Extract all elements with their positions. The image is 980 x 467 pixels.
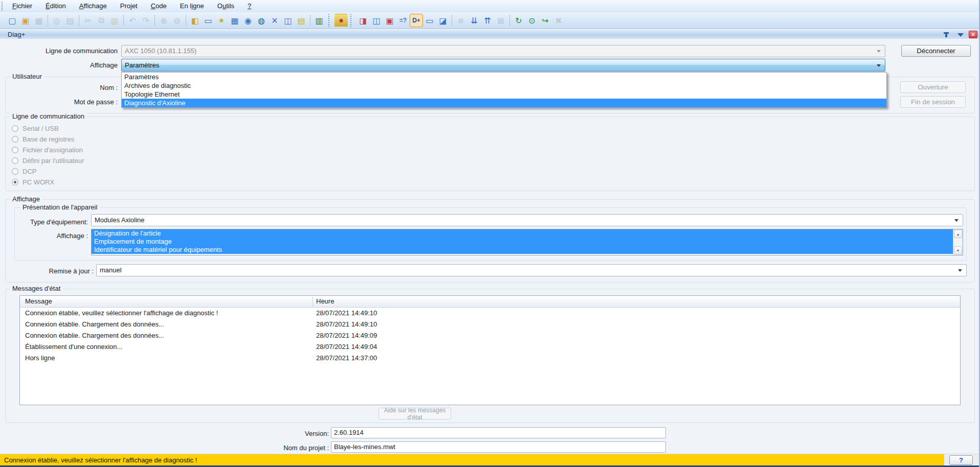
zoom-in-icon[interactable]: ⊕ [157, 14, 170, 27]
dropdown-option[interactable]: Archives de diagnostic [122, 81, 886, 90]
project-tree-icon[interactable]: ▥ [313, 14, 326, 27]
logic-analyzer-icon[interactable]: ◪ [436, 14, 450, 27]
icon-glyph: ▦ [35, 16, 42, 26]
menu-item[interactable]: En ligne [173, 0, 211, 12]
refresh-mode-combo[interactable]: manuel [96, 264, 967, 276]
debug-view-icon[interactable]: ▣ [383, 14, 396, 27]
cancel-action-icon[interactable]: ✖ [552, 14, 565, 27]
status-messages-help-button[interactable]: Aide sur les messages d'état [378, 408, 451, 419]
time-column-header[interactable]: Heure [316, 296, 334, 307]
refresh-icon[interactable]: ↻ [512, 14, 525, 27]
toolbar-separator [450, 14, 454, 27]
redo-icon[interactable]: ↷ [139, 14, 152, 27]
wizard-icon[interactable]: ✶ [215, 14, 228, 27]
scroll-down-icon[interactable]: ▼ [954, 246, 962, 254]
delete-program-icon[interactable]: ⊠ [494, 14, 507, 27]
table-row[interactable]: Connexion établie. Chargement des donnée… [20, 319, 960, 330]
cut-icon[interactable]: ✂ [81, 14, 95, 27]
go-online-icon[interactable]: ↪ [539, 14, 552, 27]
message-column-header[interactable]: Message [20, 297, 52, 305]
dropdown-option[interactable]: Paramètres [122, 73, 886, 81]
listbox-item[interactable]: Désignation de l'article [92, 229, 953, 238]
notes-icon[interactable]: ▤ [295, 14, 308, 27]
bus-structure-icon[interactable]: ▦ [228, 14, 241, 27]
radio-option[interactable]: DCP [12, 166, 84, 177]
scroll-up-icon[interactable]: ▲ [954, 230, 962, 238]
zoom-out-icon[interactable]: ⊖ [170, 14, 184, 27]
toolbar-separator [308, 14, 313, 27]
menu-item[interactable]: Projet [114, 0, 144, 12]
download-icon[interactable]: ⇊ [467, 14, 481, 27]
io-view-icon[interactable]: ◨ [357, 14, 370, 27]
table-row[interactable]: Connexion établie. Chargement des donnée… [20, 330, 960, 341]
table-row[interactable]: Connexion établie, veuillez sélectionner… [20, 308, 960, 319]
status-bar-help-area: ? [944, 454, 980, 465]
display-dropdown-list: Paramètres Archives de diagnostic Topolo… [121, 72, 887, 108]
radio-option[interactable]: PC WORX [12, 177, 84, 188]
undo-icon[interactable]: ↶ [126, 14, 139, 27]
menu-item[interactable]: Édition [39, 0, 73, 12]
network-icon[interactable]: ◍ [255, 14, 268, 27]
radio-option[interactable]: Serial / USB [12, 123, 84, 134]
chevron-down-icon [958, 269, 962, 272]
print-preview-icon[interactable]: ◎ [50, 14, 63, 27]
blank-window-icon[interactable]: ▭ [423, 14, 436, 27]
diag-plus-window-icon[interactable]: D+ [410, 14, 423, 27]
radio-icon [12, 157, 18, 164]
table-row[interactable]: Établissement d'une connexion... 28/07/2… [20, 341, 960, 353]
column-divider[interactable] [313, 297, 313, 307]
watch-window-icon[interactable]: =? [396, 14, 410, 27]
emergency-stop-icon[interactable]: ● [335, 14, 348, 27]
save-icon[interactable]: ▦ [32, 14, 46, 27]
menu-item[interactable]: ? [241, 0, 258, 12]
display-listbox: ▲ ▼ Désignation de l'article Emplacement… [91, 229, 963, 255]
pin-icon[interactable] [945, 32, 947, 37]
print-icon[interactable]: ▤ [63, 14, 77, 27]
icon-glyph: ⊕ [160, 16, 167, 26]
refresh-mode-label: Remise à jour : [20, 265, 94, 277]
device-details-icon[interactable]: ◉ [241, 14, 255, 27]
display-combo[interactable]: Paramètres [121, 59, 885, 72]
upload-icon[interactable]: ⇈ [481, 14, 494, 27]
comm-line-combo[interactable]: AXC 1050 (10.81.1.155) [121, 45, 885, 57]
device-type-combo[interactable]: Modules Axioline [91, 214, 963, 226]
copy-icon[interactable]: ⧉ [95, 14, 108, 27]
compile-icon[interactable]: ⧈ [454, 14, 467, 27]
paste-icon[interactable]: ▥ [108, 14, 121, 27]
dropdown-option[interactable]: Diagnostic d'Axioline [122, 99, 886, 107]
drag-grip[interactable] [2, 2, 5, 11]
icon-glyph: ↻ [515, 16, 522, 26]
close-icon[interactable]: ✕ [969, 31, 977, 38]
split-window-icon[interactable]: ◫ [281, 14, 295, 27]
help-button[interactable]: ? [949, 455, 973, 465]
radio-option[interactable]: Défini par l'utilisateur [12, 155, 84, 166]
login-button[interactable]: Ouverture [900, 81, 966, 93]
connection-view-icon[interactable]: ◫ [370, 14, 383, 27]
icon-glyph: ◉ [244, 16, 252, 26]
logout-button[interactable]: Fin de session [900, 96, 966, 108]
version-field[interactable]: 2.60.1914 [331, 427, 666, 438]
project-name-field[interactable]: Blaye-les-mines.mwt [331, 441, 666, 453]
open-project-icon[interactable]: ▣ [19, 14, 32, 27]
listbox-item[interactable]: Emplacement de montage [92, 238, 953, 246]
menu-item[interactable]: Code [144, 0, 173, 12]
listbox-scrollbar[interactable]: ▲ ▼ [953, 229, 963, 255]
chevron-down-icon[interactable] [957, 33, 964, 37]
cross-reference-icon[interactable]: ✕ [268, 14, 281, 27]
menu-item[interactable]: Outils [211, 0, 241, 12]
dropdown-option[interactable]: Topologie Ethernet [122, 90, 886, 99]
project-window-icon[interactable]: ◧ [188, 14, 202, 27]
menu-item[interactable]: Affichage [73, 0, 114, 12]
radio-option[interactable]: Base de registres [12, 134, 84, 145]
toolbar-separator [152, 14, 157, 27]
online-toggle-icon[interactable]: ⊙ [525, 14, 539, 27]
menu-item[interactable]: Fichier [6, 0, 39, 12]
message-window-icon[interactable]: ▭ [202, 14, 215, 27]
disconnect-button[interactable]: Déconnecter [901, 45, 971, 57]
menu-bar: Fichier Édition Affichage Projet Code En… [0, 0, 980, 12]
listbox-item[interactable]: Identificateur de matériel pour équipeme… [92, 246, 953, 254]
table-row[interactable]: Hors ligne 28/07/2021 14:37:00 [20, 353, 960, 364]
messages-table: Message Heure Connexion établie, veuille… [19, 295, 961, 405]
new-document-icon[interactable]: ▢ [6, 14, 19, 27]
radio-option[interactable]: Fichier d'assignation [12, 145, 84, 155]
